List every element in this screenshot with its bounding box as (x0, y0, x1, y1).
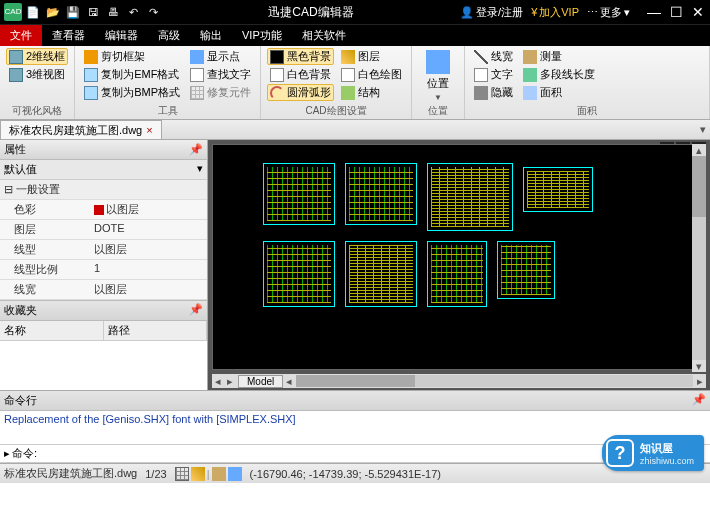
btn-measure[interactable]: 测量 (520, 48, 598, 65)
btn-white-draw[interactable]: 白色绘图 (338, 66, 405, 83)
btn-2d-wireframe[interactable]: 2维线框 (6, 48, 68, 65)
open-icon[interactable]: 📂 (44, 3, 62, 21)
btn-show-point[interactable]: 显示点 (187, 48, 254, 65)
vertical-scrollbar[interactable]: ▴ ▾ (692, 144, 706, 372)
tab-editor[interactable]: 编辑器 (95, 25, 148, 46)
btn-hide[interactable]: 隐藏 (471, 84, 516, 101)
scroll-track[interactable] (692, 156, 706, 360)
pin-icon[interactable]: 📌 (189, 303, 203, 318)
btn-layer[interactable]: 图层 (338, 48, 405, 65)
login-button[interactable]: 👤登录/注册 (460, 5, 523, 20)
prop-row-ltscale[interactable]: 线型比例1 (0, 260, 207, 280)
hide-icon (474, 86, 488, 100)
redo-icon[interactable]: ↷ (144, 3, 162, 21)
btn-find-text[interactable]: 查找文字 (187, 66, 254, 83)
scroll-down-icon[interactable]: ▾ (692, 360, 706, 372)
layers-icon[interactable] (191, 467, 205, 481)
area-icon (523, 86, 537, 100)
cube-icon (9, 68, 23, 82)
col-name[interactable]: 名称 (0, 321, 104, 340)
model-tab[interactable]: Model (238, 375, 283, 388)
btn-copy-emf[interactable]: 复制为EMF格式 (81, 66, 183, 83)
ruler-icon[interactable] (212, 467, 226, 481)
btn-position[interactable]: 位置 ▼ (418, 48, 458, 104)
btn-area[interactable]: 面积 (520, 84, 598, 101)
pin-icon[interactable]: 📌 (189, 143, 203, 156)
saveall-icon[interactable]: 🖫 (84, 3, 102, 21)
more-button[interactable]: ⋯更多▾ (587, 5, 630, 20)
drawing-thumb (497, 241, 555, 299)
tab-related[interactable]: 相关软件 (292, 25, 356, 46)
tab-next-icon[interactable]: ▸ (224, 375, 236, 388)
entity-icon[interactable] (175, 467, 189, 481)
tab-viewer[interactable]: 查看器 (42, 25, 95, 46)
prop-row-layer[interactable]: 图层DOTE (0, 220, 207, 240)
btn-3d-view[interactable]: 3维视图 (6, 66, 68, 83)
undo-icon[interactable]: ↶ (124, 3, 142, 21)
tab-dropdown-icon[interactable]: ▾ (696, 123, 710, 136)
new-icon[interactable]: 📄 (24, 3, 42, 21)
group-label: 面积 (471, 104, 703, 118)
prop-val: 以图层 (90, 240, 207, 259)
group-visual-style: 2维线框 3维视图 可视化风格 (0, 46, 75, 119)
file-tab[interactable]: 标准农民房建筑施工图.dwg × (0, 120, 162, 139)
btn-repair[interactable]: 修复元件 (187, 84, 254, 101)
properties-panel: 属性 📌 默认值 ▾ ⊟ 一般设置 色彩以图层 图层DOTE 线型以图层 线型比… (0, 140, 208, 390)
scissors-icon (84, 50, 98, 64)
print-icon[interactable]: 🖶 (104, 3, 122, 21)
btn-structure[interactable]: 结构 (338, 84, 405, 101)
close-button[interactable]: ✕ (690, 4, 706, 20)
prop-row-color[interactable]: 色彩以图层 (0, 200, 207, 220)
prop-row-linetype[interactable]: 线型以图层 (0, 240, 207, 260)
btn-white-bg[interactable]: 白色背景 (267, 66, 334, 83)
quick-access-toolbar: 📄 📂 💾 🖫 🖶 ↶ ↷ (24, 3, 162, 21)
label: 位置 (427, 76, 449, 91)
close-tab-icon[interactable]: × (146, 124, 152, 136)
scroll-up-icon[interactable]: ▴ (692, 144, 706, 156)
default-row[interactable]: 默认值 ▾ (0, 160, 207, 180)
btn-linewidth[interactable]: 线宽 (471, 48, 516, 65)
status-bar: 标准农民房建筑施工图.dwg 1/23 | (-16790.46; -14739… (0, 463, 710, 483)
drawing-thumb (345, 163, 417, 225)
structure-icon (341, 86, 355, 100)
scroll-thumb[interactable] (296, 375, 415, 387)
scroll-right-icon[interactable]: ▸ (694, 375, 706, 388)
group-label: CAD绘图设置 (267, 104, 405, 118)
btn-black-bg[interactable]: 黑色背景 (267, 48, 334, 65)
status-coords: (-16790.46; -14739.39; -5.529431E-17) (250, 468, 441, 480)
scroll-track[interactable] (296, 375, 693, 387)
drawing-thumb (427, 163, 513, 231)
tab-prev-icon[interactable]: ◂ (212, 375, 224, 388)
coord-icon[interactable] (228, 467, 242, 481)
drawing-canvas[interactable] (212, 144, 706, 370)
vip-button[interactable]: ¥加入VIP (531, 5, 579, 20)
black-bg-icon (270, 50, 284, 64)
save-icon[interactable]: 💾 (64, 3, 82, 21)
linewidth-icon (474, 50, 488, 64)
tab-output[interactable]: 输出 (190, 25, 232, 46)
btn-cut-frame[interactable]: 剪切框架 (81, 48, 183, 65)
minimize-button[interactable]: — (646, 4, 662, 20)
maximize-button[interactable]: ☐ (668, 4, 684, 20)
drawing-thumb (523, 167, 593, 212)
commandline-header: 命令行 📌 (0, 390, 710, 411)
scroll-left-icon[interactable]: ◂ (283, 375, 295, 388)
btn-copy-bmp[interactable]: 复制为BMP格式 (81, 84, 183, 101)
favorites-columns: 名称 路径 (0, 321, 207, 341)
tab-vip[interactable]: VIP功能 (232, 25, 292, 46)
scroll-thumb[interactable] (692, 156, 706, 217)
tab-advanced[interactable]: 高级 (148, 25, 190, 46)
repair-icon (190, 86, 204, 100)
tab-file[interactable]: 文件 (0, 25, 42, 46)
btn-polylength[interactable]: 多段线长度 (520, 66, 598, 83)
btn-smooth-arc[interactable]: 圆滑弧形 (267, 84, 334, 101)
group-label: 位置 (418, 104, 458, 118)
col-path[interactable]: 路径 (104, 321, 208, 340)
prop-section-header[interactable]: ⊟ 一般设置 (0, 180, 207, 200)
prop-row-lineweight[interactable]: 线宽以图层 (0, 280, 207, 300)
pin-icon[interactable]: 📌 (692, 393, 706, 408)
label: 文字 (491, 67, 513, 82)
ribbon-tabs: 文件 查看器 编辑器 高级 输出 VIP功能 相关软件 (0, 24, 710, 46)
btn-text[interactable]: 文字 (471, 66, 516, 83)
prop-key: 图层 (0, 220, 90, 239)
